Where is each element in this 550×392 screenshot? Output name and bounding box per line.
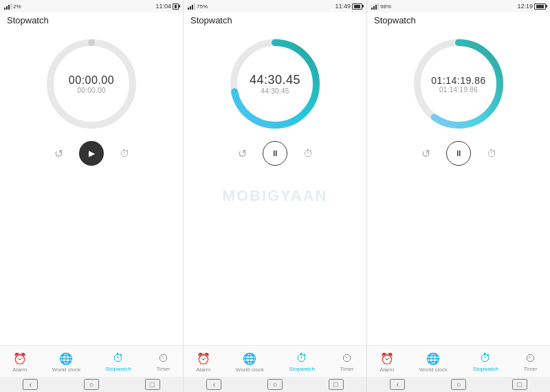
time-display-1: 00:00.00 00:00.00 (69, 74, 114, 94)
nav-alarm-1[interactable]: ⏰ Alarm (12, 352, 27, 373)
status-right-3: 12:19 (517, 3, 546, 10)
alarm-icon-3: ⏰ (380, 352, 394, 365)
signal-percent-1: 2% (13, 3, 21, 10)
bottom-nav-1: ⏰ Alarm 🌐 World clock ⏱ Stopwatch ⏲ Time… (0, 345, 183, 377)
stopwatch-icon-3: ⏱ (480, 352, 491, 364)
alarm-label-2: Alarm (196, 367, 210, 373)
timer-icon-2: ⏲ (342, 352, 353, 364)
main-content-2: 44:30.45 44:30.45 ↺ ⏸ ⏱ (184, 27, 366, 345)
flag-button-3[interactable]: ⏱ (482, 144, 501, 163)
status-left-3: 98% (371, 3, 391, 10)
nav-timer-2[interactable]: ⏲ Timer (340, 352, 354, 372)
time-main-3: 01:14:19.86 (431, 75, 485, 86)
time-2: 11:49 (335, 3, 351, 10)
nav-worldclock-3[interactable]: 🌐 World clock (419, 352, 448, 373)
time-sub-2: 44:30.45 (250, 87, 300, 95)
worldclock-icon-1: 🌐 (59, 352, 73, 365)
timer-label-3: Timer (524, 366, 538, 372)
time-3: 12:19 (517, 3, 533, 10)
controls-2: ↺ ⏸ ⏱ (232, 135, 318, 168)
status-left-1: 2% (4, 3, 21, 10)
pause-button-3[interactable]: ⏸ (446, 141, 471, 166)
reset-button-3[interactable]: ↺ (416, 144, 435, 163)
back-btn-2[interactable]: ‹ (206, 379, 221, 390)
sys-nav-3: ‹ ○ □ (367, 377, 550, 392)
worldclock-label-2: World clock (236, 367, 264, 373)
time-main-1: 00:00.00 (69, 74, 114, 87)
bottom-nav-2: ⏰ Alarm 🌐 World clock ⏱ Stopwatch ⏲ Time… (184, 345, 366, 377)
signal-percent-2: 75% (197, 3, 208, 10)
nav-timer-1[interactable]: ⏲ Timer (157, 352, 170, 372)
stopwatch-label-2: Stopwatch (289, 366, 315, 372)
pause-button-2[interactable]: ⏸ (263, 141, 287, 166)
back-btn-3[interactable]: ‹ (390, 379, 405, 390)
worldclock-label-1: World clock (52, 367, 80, 373)
stopwatch-circle-1: 00:00.00 00:00.00 (40, 32, 143, 135)
main-content-1: 00:00.00 00:00.00 ↺ ▶ ⏱ (0, 27, 183, 345)
recent-btn-3[interactable]: □ (512, 379, 527, 390)
home-btn-2[interactable]: ○ (267, 379, 283, 390)
status-left-2: 75% (188, 3, 208, 10)
time-sub-3: 01:14:19.86 (431, 86, 485, 94)
time-1: 11:04 (155, 3, 171, 10)
back-btn-1[interactable]: ‹ (23, 379, 38, 390)
sys-nav-1: ‹ ○ □ (0, 377, 183, 392)
reset-button-2[interactable]: ↺ (232, 144, 252, 163)
timer-icon-3: ⏲ (525, 352, 536, 364)
play-button-1[interactable]: ▶ (79, 141, 104, 166)
time-sub-1: 00:00.00 (69, 87, 114, 94)
nav-stopwatch-1[interactable]: ⏱ Stopwatch (106, 352, 131, 372)
stopwatch-icon-1: ⏱ (113, 352, 124, 364)
home-btn-3[interactable]: ○ (451, 379, 466, 390)
main-content-3: 01:14:19.86 01:14:19.86 ↺ ⏸ ⏱ (367, 27, 550, 345)
sys-nav-2: ‹ ○ □ (184, 377, 366, 392)
recent-btn-1[interactable]: □ (145, 379, 160, 390)
time-display-3: 01:14:19.86 01:14:19.86 (431, 75, 485, 94)
timer-label-2: Timer (340, 366, 354, 372)
timer-icon-1: ⏲ (158, 352, 169, 364)
reset-button-1[interactable]: ↺ (49, 144, 68, 163)
stopwatch-label-1: Stopwatch (106, 366, 131, 372)
home-btn-1[interactable]: ○ (84, 379, 99, 390)
alarm-icon-1: ⏰ (13, 352, 27, 365)
battery-3 (534, 3, 546, 10)
nav-stopwatch-3[interactable]: ⏱ Stopwatch (473, 352, 498, 372)
nav-alarm-3[interactable]: ⏰ Alarm (380, 352, 394, 373)
nav-worldclock-1[interactable]: 🌐 World clock (52, 352, 80, 373)
status-right-1: 11:04 (155, 3, 179, 10)
time-display-2: 44:30.45 44:30.45 (250, 73, 300, 95)
stopwatch-label-3: Stopwatch (473, 366, 498, 372)
battery-2 (352, 3, 362, 10)
worldclock-icon-3: 🌐 (426, 352, 440, 365)
stopwatch-circle-3: 01:14:19.86 01:14:19.86 (407, 32, 510, 135)
timer-label-1: Timer (157, 366, 170, 372)
screen-1: 2% 11:04 Stopwatch 00:00.00 00:00.00 (0, 0, 184, 392)
screen-3: 98% 12:19 Stopwatch (367, 0, 550, 392)
alarm-label-3: Alarm (380, 367, 394, 373)
app-title-1: Stopwatch (0, 12, 183, 27)
time-main-2: 44:30.45 (250, 73, 300, 87)
alarm-label-1: Alarm (12, 367, 27, 373)
stopwatch-icon-2: ⏱ (296, 352, 307, 364)
signal-icon-2 (188, 3, 195, 10)
flag-button-2[interactable]: ⏱ (298, 144, 318, 163)
screen-2: 75% 11:49 Stopwatch (184, 0, 367, 392)
bottom-nav-3: ⏰ Alarm 🌐 World clock ⏱ Stopwatch ⏲ Time… (367, 345, 550, 377)
signal-icon-3 (371, 3, 379, 10)
nav-stopwatch-2[interactable]: ⏱ Stopwatch (289, 352, 315, 372)
battery-1 (173, 3, 179, 10)
worldclock-icon-2: 🌐 (243, 352, 256, 365)
recent-btn-2[interactable]: □ (329, 379, 344, 390)
alarm-icon-2: ⏰ (197, 352, 210, 365)
signal-percent-3: 98% (380, 3, 391, 10)
signal-icon-1 (4, 3, 12, 10)
status-bar-3: 98% 12:19 (367, 0, 550, 12)
nav-worldclock-2[interactable]: 🌐 World clock (236, 352, 264, 373)
nav-alarm-2[interactable]: ⏰ Alarm (196, 352, 210, 373)
controls-1: ↺ ▶ ⏱ (49, 135, 134, 168)
status-right-2: 11:49 (335, 3, 362, 10)
nav-timer-3[interactable]: ⏲ Timer (524, 352, 538, 372)
controls-3: ↺ ⏸ ⏱ (416, 135, 501, 168)
flag-button-1[interactable]: ⏱ (115, 144, 134, 163)
status-bar-2: 75% 11:49 (184, 0, 366, 12)
